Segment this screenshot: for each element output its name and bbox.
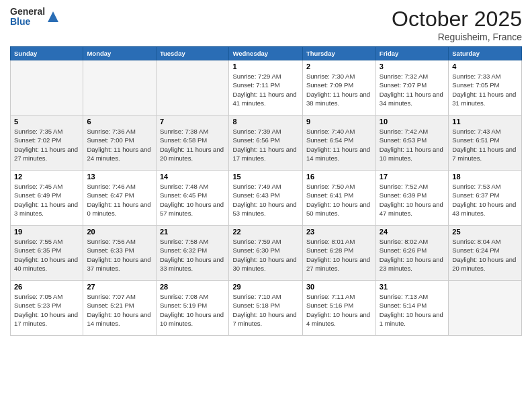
day-number: 18 (452, 173, 518, 181)
sunrise-text: Sunrise: 7:50 AM (306, 183, 355, 190)
day-info: Sunrise: 7:08 AMSunset: 5:19 PMDaylight:… (160, 292, 226, 328)
daylight-text: Daylight: 11 hours and 41 minutes. (232, 91, 296, 107)
day-info: Sunrise: 7:50 AMSunset: 6:41 PMDaylight:… (306, 182, 372, 218)
day-number: 12 (14, 173, 79, 181)
logo-general-text: General (10, 7, 45, 17)
sunrise-text: Sunrise: 7:08 AM (160, 293, 208, 300)
calendar-cell: 26Sunrise: 7:05 AMSunset: 5:23 PMDayligh… (11, 281, 83, 336)
sunrise-text: Sunrise: 7:56 AM (87, 238, 135, 245)
sunrise-text: Sunrise: 7:45 AM (14, 183, 62, 190)
day-info: Sunrise: 8:04 AMSunset: 6:24 PMDaylight:… (452, 237, 518, 273)
day-number: 23 (306, 228, 372, 236)
daylight-text: Daylight: 10 hours and 1 minute. (380, 311, 443, 327)
day-info: Sunrise: 7:13 AMSunset: 5:14 PMDaylight:… (380, 292, 445, 328)
day-info: Sunrise: 7:45 AMSunset: 6:49 PMDaylight:… (14, 182, 79, 218)
sunset-text: Sunset: 7:07 PM (380, 81, 427, 89)
day-number: 29 (232, 283, 299, 291)
calendar-cell: 25Sunrise: 8:04 AMSunset: 6:24 PMDayligh… (449, 226, 522, 281)
sunrise-text: Sunrise: 7:11 AM (306, 293, 355, 300)
daylight-text: Daylight: 11 hours and 38 minutes. (306, 91, 370, 107)
sunrise-text: Sunrise: 7:07 AM (87, 293, 135, 300)
calendar-cell: 4Sunrise: 7:33 AMSunset: 7:05 PMDaylight… (449, 60, 522, 116)
sunrise-text: Sunrise: 8:04 AM (452, 238, 500, 245)
calendar-cell: 5Sunrise: 7:35 AMSunset: 7:02 PMDaylight… (11, 116, 83, 171)
day-number: 16 (306, 173, 372, 181)
day-info: Sunrise: 7:56 AMSunset: 6:33 PMDaylight:… (87, 237, 152, 273)
day-number: 25 (452, 228, 518, 236)
calendar-cell: 8Sunrise: 7:39 AMSunset: 6:56 PMDaylight… (229, 116, 303, 171)
day-info: Sunrise: 7:49 AMSunset: 6:43 PMDaylight:… (232, 182, 299, 218)
daylight-text: Daylight: 10 hours and 20 minutes. (452, 256, 516, 272)
location: Reguisheim, France (392, 32, 522, 42)
sunrise-text: Sunrise: 7:46 AM (87, 183, 135, 190)
day-info: Sunrise: 7:59 AMSunset: 6:30 PMDaylight:… (232, 237, 299, 273)
daylight-text: Daylight: 10 hours and 37 minutes. (87, 256, 150, 272)
calendar-cell: 19Sunrise: 7:55 AMSunset: 6:35 PMDayligh… (11, 226, 83, 281)
header-saturday: Saturday (449, 47, 522, 60)
header-sunday: Sunday (11, 47, 83, 60)
day-info: Sunrise: 7:07 AMSunset: 5:21 PMDaylight:… (87, 292, 152, 328)
day-number: 24 (380, 228, 445, 236)
day-number: 26 (14, 283, 79, 291)
daylight-text: Daylight: 11 hours and 7 minutes. (452, 146, 516, 162)
header-friday: Friday (375, 47, 448, 60)
daylight-text: Daylight: 10 hours and 17 minutes. (14, 311, 78, 327)
day-number: 19 (14, 228, 79, 236)
svg-marker-0 (48, 11, 58, 22)
daylight-text: Daylight: 11 hours and 34 minutes. (380, 91, 443, 107)
sunset-text: Sunset: 6:41 PM (306, 191, 353, 199)
sunrise-text: Sunrise: 8:02 AM (380, 238, 428, 245)
sunrise-text: Sunrise: 7:38 AM (160, 128, 208, 135)
page: General Blue October 2025 Reguisheim, Fr… (0, 0, 532, 411)
day-info: Sunrise: 7:11 AMSunset: 5:16 PMDaylight:… (306, 292, 372, 328)
sunset-text: Sunset: 6:45 PM (160, 191, 207, 199)
day-number: 22 (232, 228, 299, 236)
sunrise-text: Sunrise: 7:59 AM (232, 238, 281, 245)
day-info: Sunrise: 7:35 AMSunset: 7:02 PMDaylight:… (14, 127, 79, 163)
calendar-cell: 18Sunrise: 7:53 AMSunset: 6:37 PMDayligh… (449, 171, 522, 226)
calendar-row-1: 1Sunrise: 7:29 AMSunset: 7:11 PMDaylight… (11, 60, 522, 116)
calendar-cell: 17Sunrise: 7:52 AMSunset: 6:39 PMDayligh… (375, 171, 448, 226)
day-info: Sunrise: 7:10 AMSunset: 5:18 PMDaylight:… (232, 292, 299, 328)
calendar-cell: 2Sunrise: 7:30 AMSunset: 7:09 PMDaylight… (302, 60, 375, 116)
calendar-header-row: Sunday Monday Tuesday Wednesday Thursday… (11, 47, 522, 60)
day-info: Sunrise: 7:30 AMSunset: 7:09 PMDaylight:… (306, 72, 372, 107)
daylight-text: Daylight: 10 hours and 23 minutes. (380, 256, 443, 272)
sunset-text: Sunset: 6:37 PM (452, 191, 499, 199)
day-info: Sunrise: 7:38 AMSunset: 6:58 PMDaylight:… (160, 127, 226, 163)
calendar-cell: 14Sunrise: 7:48 AMSunset: 6:45 PMDayligh… (156, 171, 229, 226)
day-info: Sunrise: 7:53 AMSunset: 6:37 PMDaylight:… (452, 182, 518, 218)
daylight-text: Daylight: 11 hours and 10 minutes. (380, 146, 443, 162)
daylight-text: Daylight: 10 hours and 43 minutes. (452, 201, 516, 217)
day-number: 11 (452, 118, 518, 126)
calendar-cell: 12Sunrise: 7:45 AMSunset: 6:49 PMDayligh… (11, 171, 83, 226)
calendar-cell: 13Sunrise: 7:46 AMSunset: 6:47 PMDayligh… (83, 171, 156, 226)
sunrise-text: Sunrise: 7:49 AM (232, 183, 281, 190)
sunset-text: Sunset: 5:14 PM (380, 302, 427, 309)
sunrise-text: Sunrise: 7:55 AM (14, 238, 62, 245)
daylight-text: Daylight: 11 hours and 0 minutes. (87, 201, 150, 217)
sunrise-text: Sunrise: 7:13 AM (380, 293, 428, 300)
day-info: Sunrise: 8:02 AMSunset: 6:26 PMDaylight:… (380, 237, 445, 273)
calendar-cell: 27Sunrise: 7:07 AMSunset: 5:21 PMDayligh… (83, 281, 156, 336)
sunrise-text: Sunrise: 7:48 AM (160, 183, 208, 190)
sunset-text: Sunset: 7:02 PM (14, 136, 61, 144)
calendar-cell: 23Sunrise: 8:01 AMSunset: 6:28 PMDayligh… (302, 226, 375, 281)
header-wednesday: Wednesday (229, 47, 303, 60)
calendar-cell: 3Sunrise: 7:32 AMSunset: 7:07 PMDaylight… (375, 60, 448, 116)
sunrise-text: Sunrise: 7:52 AM (380, 183, 428, 190)
calendar-cell: 24Sunrise: 8:02 AMSunset: 6:26 PMDayligh… (375, 226, 448, 281)
calendar-cell (11, 60, 83, 116)
day-number: 14 (160, 173, 226, 181)
daylight-text: Daylight: 10 hours and 57 minutes. (160, 201, 224, 217)
sunrise-text: Sunrise: 7:32 AM (380, 73, 428, 80)
calendar-cell: 11Sunrise: 7:43 AMSunset: 6:51 PMDayligh… (449, 116, 522, 171)
daylight-text: Daylight: 10 hours and 50 minutes. (306, 201, 370, 217)
daylight-text: Daylight: 11 hours and 27 minutes. (14, 146, 78, 162)
sunset-text: Sunset: 6:33 PM (87, 246, 134, 254)
daylight-text: Daylight: 10 hours and 27 minutes. (306, 256, 370, 272)
sunset-text: Sunset: 6:26 PM (380, 246, 427, 254)
day-info: Sunrise: 7:29 AMSunset: 7:11 PMDaylight:… (232, 72, 299, 107)
calendar-cell: 29Sunrise: 7:10 AMSunset: 5:18 PMDayligh… (229, 281, 303, 336)
day-info: Sunrise: 8:01 AMSunset: 6:28 PMDaylight:… (306, 237, 372, 273)
